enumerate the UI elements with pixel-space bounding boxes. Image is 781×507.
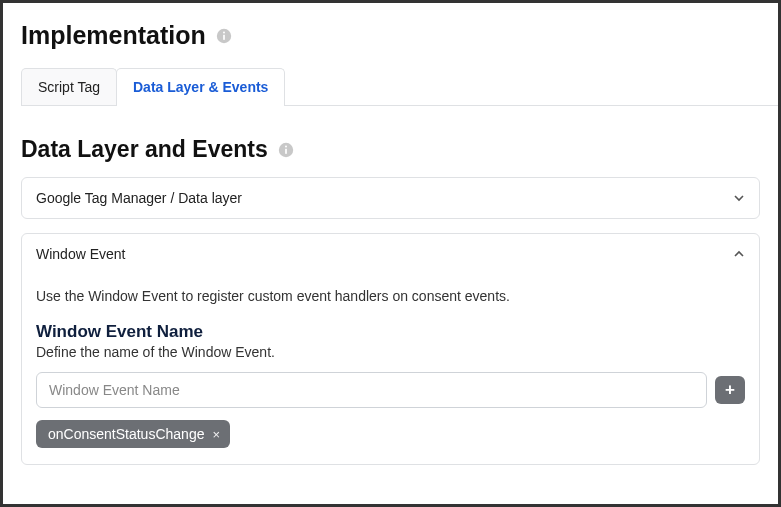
accordion-window-event-body: Use the Window Event to register custom … xyxy=(22,288,759,464)
chevron-up-icon xyxy=(733,248,745,260)
window-event-description: Use the Window Event to register custom … xyxy=(36,288,745,304)
window-event-input-row: + xyxy=(36,372,745,408)
tab-data-layer-events[interactable]: Data Layer & Events xyxy=(116,68,285,105)
svg-point-2 xyxy=(223,31,225,33)
info-icon[interactable] xyxy=(278,142,294,158)
accordion-gtm: Google Tag Manager / Data layer xyxy=(21,177,760,219)
info-icon[interactable] xyxy=(216,28,232,44)
svg-rect-1 xyxy=(223,34,225,39)
page-title: Implementation xyxy=(21,21,206,50)
chevron-down-icon xyxy=(733,192,745,204)
accordion-window-event-title: Window Event xyxy=(36,246,125,262)
page-header: Implementation xyxy=(21,21,760,50)
accordion-gtm-title: Google Tag Manager / Data layer xyxy=(36,190,242,206)
svg-rect-4 xyxy=(285,148,287,153)
window-event-name-heading: Window Event Name xyxy=(36,322,745,342)
tabs: Script Tag Data Layer & Events xyxy=(21,68,778,106)
window-event-name-description: Define the name of the Window Event. xyxy=(36,344,745,360)
add-button[interactable]: + xyxy=(715,376,745,404)
window-event-name-input[interactable] xyxy=(36,372,707,408)
tab-label: Data Layer & Events xyxy=(133,79,268,95)
accordion-window-event-header[interactable]: Window Event xyxy=(22,234,759,274)
chip-label: onConsentStatusChange xyxy=(48,426,204,442)
window-event-chips: onConsentStatusChange × xyxy=(36,420,745,448)
section-header: Data Layer and Events xyxy=(21,136,760,163)
accordion-gtm-header[interactable]: Google Tag Manager / Data layer xyxy=(22,178,759,218)
event-chip: onConsentStatusChange × xyxy=(36,420,230,448)
accordion-window-event: Window Event Use the Window Event to reg… xyxy=(21,233,760,465)
svg-point-5 xyxy=(285,145,287,147)
close-icon[interactable]: × xyxy=(212,427,220,442)
plus-icon: + xyxy=(725,380,735,400)
tab-script-tag[interactable]: Script Tag xyxy=(21,68,117,105)
section-title: Data Layer and Events xyxy=(21,136,268,163)
tab-label: Script Tag xyxy=(38,79,100,95)
